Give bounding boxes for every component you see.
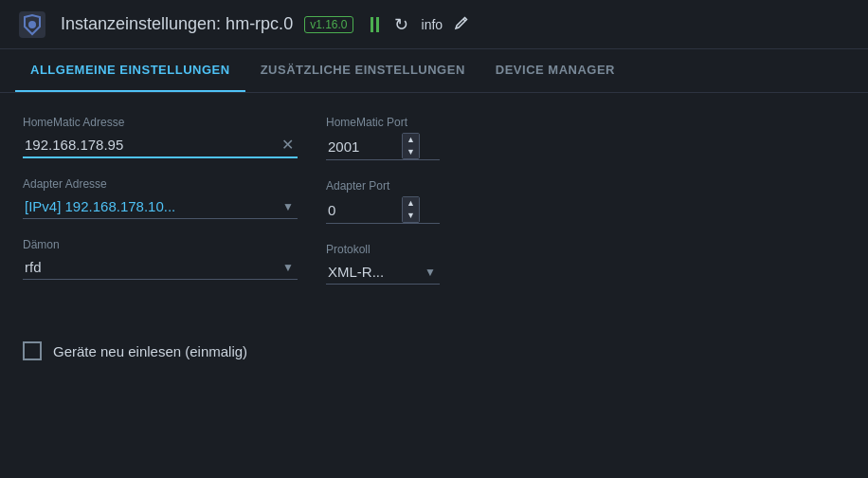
page-title: Instanzeinstellungen: hm-rpc.0: [61, 14, 293, 34]
edit-icon: [454, 15, 469, 30]
protokoll-arrow-icon: ▼: [421, 266, 440, 279]
adapter-port-spinbox-buttons: ▲ ▼: [402, 196, 420, 223]
homematic-port-spinbox: ▲ ▼: [326, 133, 440, 160]
header-actions: ↻ info: [369, 12, 470, 37]
adapter-port-input[interactable]: [326, 198, 402, 222]
left-column: HomeMatic Adresse ✕ Adapter Adresse [IPv…: [23, 116, 298, 303]
adapter-port-down-button[interactable]: ▼: [403, 210, 419, 222]
protokoll-dropdown[interactable]: XML-R... ▼: [326, 260, 440, 285]
daemon-arrow-icon: ▼: [279, 261, 298, 274]
edit-button[interactable]: [454, 15, 469, 34]
adapter-adresse-dropdown[interactable]: [IPv4] 192.168.178.10... ▼: [23, 194, 298, 219]
homematic-adresse-input-wrapper: ✕: [23, 133, 298, 158]
tab-zusaetzliche[interactable]: ZUSÄTZLICHE EINSTELLUNGEN: [245, 49, 480, 92]
homematic-adresse-group: HomeMatic Adresse ✕: [23, 116, 298, 158]
clear-adresse-icon[interactable]: ✕: [278, 136, 298, 154]
protokoll-group: Protokoll XML-R... ▼: [326, 243, 845, 285]
homematic-adresse-input[interactable]: [23, 133, 278, 156]
homematic-port-input[interactable]: [326, 135, 402, 158]
homematic-port-group: HomeMatic Port ▲ ▼: [326, 116, 845, 160]
pause-icon: [371, 17, 379, 32]
adapter-adresse-arrow-icon: ▼: [279, 200, 298, 213]
daemon-value: rfd: [23, 255, 279, 279]
tab-bar: ALLGEMEINE EINSTELLUNGEN ZUSÄTZLICHE EIN…: [0, 49, 868, 93]
homematic-port-label: HomeMatic Port: [326, 116, 845, 129]
homematic-port-spinbox-buttons: ▲ ▼: [402, 133, 420, 159]
adapter-adresse-label: Adapter Adresse: [23, 177, 298, 191]
adapter-adresse-group: Adapter Adresse [IPv4] 192.168.178.10...…: [23, 177, 298, 219]
homematic-port-up-button[interactable]: ▲: [403, 134, 419, 146]
adapter-port-label: Adapter Port: [326, 179, 845, 193]
protokoll-label: Protokoll: [326, 243, 845, 256]
daemon-group: Dämon rfd ▼: [23, 238, 298, 280]
tab-allgemeine[interactable]: ALLGEMEINE EINSTELLUNGEN: [15, 49, 245, 92]
checkbox-label: Geräte neu einlesen (einmalig): [53, 343, 247, 359]
adapter-port-up-button[interactable]: ▲: [403, 197, 419, 210]
homematic-port-down-button[interactable]: ▼: [403, 146, 419, 158]
app-logo: [15, 8, 49, 42]
tab-device[interactable]: DEVICE MANAGER: [480, 49, 630, 92]
daemon-label: Dämon: [23, 238, 298, 251]
adapter-port-group: Adapter Port ▲ ▼: [326, 179, 845, 224]
homematic-adresse-label: HomeMatic Adresse: [23, 116, 298, 129]
version-badge: v1.16.0: [304, 16, 353, 33]
settings-content: HomeMatic Adresse ✕ Adapter Adresse [IPv…: [0, 93, 868, 326]
daemon-dropdown[interactable]: rfd ▼: [23, 255, 298, 280]
checkbox-row: Geräte neu einlesen (einmalig): [0, 334, 868, 368]
adapter-adresse-value: [IPv4] 192.168.178.10...: [23, 194, 279, 218]
adapter-port-spinbox: ▲ ▼: [326, 196, 440, 224]
right-column: HomeMatic Port ▲ ▼ Adapter Port ▲ ▼: [326, 116, 845, 303]
geraete-checkbox[interactable]: [23, 341, 42, 360]
header: Instanzeinstellungen: hm-rpc.0 v1.16.0 ↻…: [0, 0, 868, 49]
refresh-button[interactable]: ↻: [392, 12, 410, 37]
info-label[interactable]: info: [422, 17, 443, 32]
pause-button[interactable]: [369, 15, 381, 34]
logo-icon: [17, 9, 47, 40]
svg-point-1: [28, 21, 36, 28]
protokoll-value: XML-R...: [326, 260, 421, 284]
